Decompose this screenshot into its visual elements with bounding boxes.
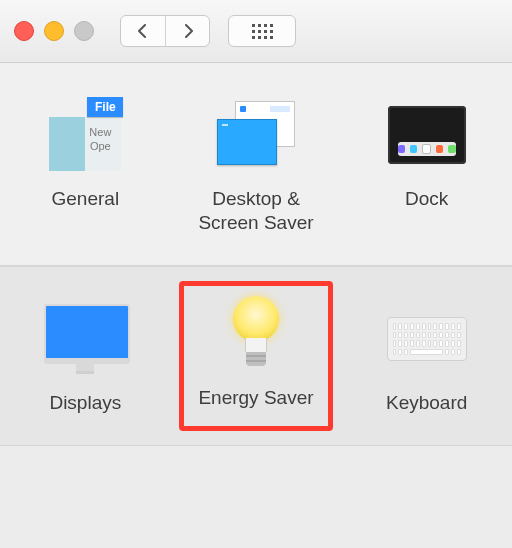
pref-label: Keyboard xyxy=(386,391,467,415)
pref-section-2: Displays Energy Saver Key xyxy=(0,266,512,446)
pref-label: Displays xyxy=(49,391,121,415)
minimize-button[interactable] xyxy=(44,21,64,41)
lightbulb-icon xyxy=(216,294,296,374)
desktop-screensaver-icon xyxy=(216,95,296,175)
grid-icon xyxy=(252,24,273,39)
chevron-right-icon xyxy=(182,24,194,38)
displays-icon xyxy=(45,299,125,379)
dock-icon xyxy=(387,95,467,175)
file-hint-text: New Ope xyxy=(89,125,111,153)
keyboard-icon xyxy=(387,299,467,379)
pref-item-general[interactable]: File New Ope General xyxy=(0,89,171,245)
file-badge: File xyxy=(87,97,123,117)
fullscreen-button[interactable] xyxy=(74,21,94,41)
pref-label: Desktop & Screen Saver xyxy=(181,187,332,235)
pref-label: Dock xyxy=(405,187,448,211)
show-all-button[interactable] xyxy=(228,15,296,47)
window-titlebar xyxy=(0,0,512,63)
pref-label: General xyxy=(52,187,120,211)
pref-item-displays[interactable]: Displays xyxy=(0,293,171,425)
nav-button-group xyxy=(120,15,210,47)
pref-label: Energy Saver xyxy=(198,386,313,410)
window-controls xyxy=(14,21,94,41)
pref-row: Displays Energy Saver Key xyxy=(0,293,512,425)
close-button[interactable] xyxy=(14,21,34,41)
pref-item-keyboard[interactable]: Keyboard xyxy=(341,293,512,425)
pref-item-energy-saver[interactable]: Energy Saver xyxy=(179,281,334,431)
pref-section-1: File New Ope General Desktop & Screen Sa… xyxy=(0,63,512,266)
forward-button[interactable] xyxy=(165,16,209,46)
pref-row: File New Ope General Desktop & Screen Sa… xyxy=(0,89,512,245)
pref-item-dock[interactable]: Dock xyxy=(341,89,512,245)
chevron-left-icon xyxy=(137,24,149,38)
back-button[interactable] xyxy=(121,16,165,46)
general-icon: File New Ope xyxy=(45,95,125,175)
pref-item-desktop-screensaver[interactable]: Desktop & Screen Saver xyxy=(171,89,342,245)
